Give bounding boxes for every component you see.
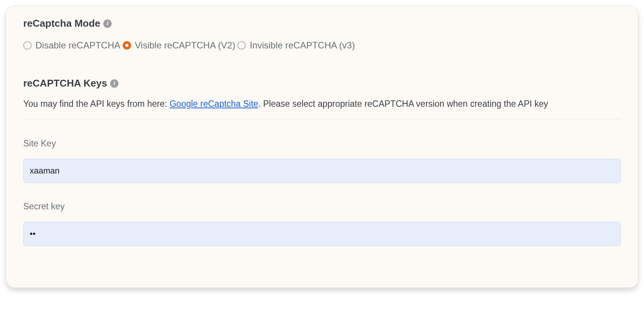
divider xyxy=(23,119,621,119)
recaptcha-keys-title: reCAPTCHA Keys xyxy=(23,77,107,89)
radio-disable-recaptcha[interactable]: Disable reCAPTCHA xyxy=(23,40,120,51)
site-key-label: Site Key xyxy=(23,138,621,149)
radio-invisible-recaptcha-v3[interactable]: Invisible reCAPTCHA (v3) xyxy=(237,40,355,51)
info-icon[interactable]: i xyxy=(110,79,119,88)
recaptcha-mode-title: reCaptcha Mode xyxy=(23,18,100,29)
secret-key-field: Secret key xyxy=(23,201,621,246)
radio-label: Disable reCAPTCHA xyxy=(35,40,120,51)
desc-prefix: You may find the API keys from here: xyxy=(23,99,170,109)
recaptcha-keys-description: You may find the API keys from here: Goo… xyxy=(23,98,621,110)
desc-suffix: . Please select appropriate reCAPTCHA ve… xyxy=(258,99,548,109)
radio-icon xyxy=(123,41,131,50)
recaptcha-keys-heading: reCAPTCHA Keys i xyxy=(23,77,621,89)
site-key-field: Site Key xyxy=(23,138,621,183)
secret-key-label: Secret key xyxy=(23,201,621,212)
recaptcha-mode-options: Disable reCAPTCHA Visible reCAPTCHA (V2)… xyxy=(23,40,621,51)
google-recaptcha-link[interactable]: Google reCaptcha Site xyxy=(170,99,258,109)
radio-icon xyxy=(23,41,32,50)
recaptcha-keys-section: reCAPTCHA Keys i You may find the API ke… xyxy=(23,77,621,246)
radio-label: Invisible reCAPTCHA (v3) xyxy=(250,40,355,51)
site-key-input[interactable] xyxy=(23,159,621,183)
info-icon[interactable]: i xyxy=(103,19,112,28)
secret-key-input[interactable] xyxy=(23,222,621,246)
radio-label: Visible reCAPTCHA (V2) xyxy=(135,40,235,51)
radio-icon xyxy=(237,41,246,50)
recaptcha-mode-heading: reCaptcha Mode i xyxy=(23,18,621,29)
radio-visible-recaptcha-v2[interactable]: Visible reCAPTCHA (V2) xyxy=(123,40,235,51)
recaptcha-settings-panel: reCaptcha Mode i Disable reCAPTCHA Visib… xyxy=(6,6,638,288)
